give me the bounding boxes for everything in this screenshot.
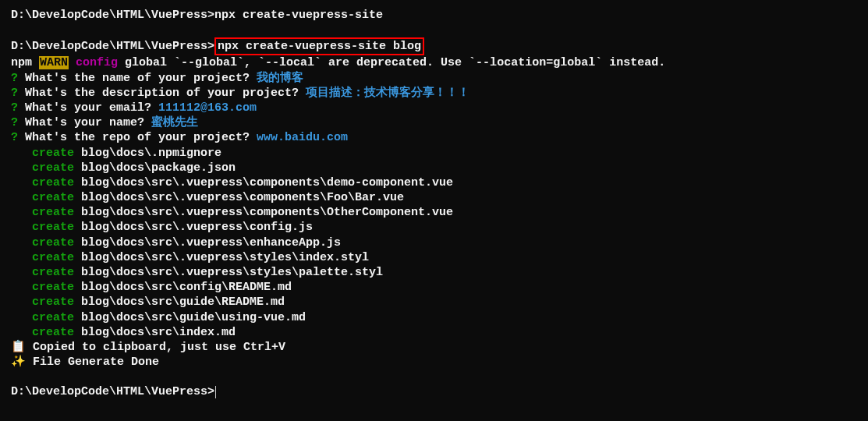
create-line: create blog\docs\src\.vuepress\config.js xyxy=(11,220,857,235)
question-line: ? What's the description of your project… xyxy=(11,86,857,101)
warn-badge: WARN xyxy=(39,56,69,69)
terminal-line-npm: npm WARN config global `--global`, `--lo… xyxy=(11,55,857,70)
cursor-icon xyxy=(215,386,216,398)
blank-line xyxy=(11,23,857,37)
question-line: ? What's the repo of your project? www.b… xyxy=(11,130,857,145)
create-line: create blog\docs\src\guide\using-vue.md xyxy=(11,310,857,325)
create-line: create blog\docs\src\config\README.md xyxy=(11,280,857,295)
create-line: create blog\docs\src\index.md xyxy=(11,325,857,340)
create-line: create blog\docs\src\.vuepress\component… xyxy=(11,175,857,190)
blank-line xyxy=(11,370,857,384)
create-line: create blog\docs\src\.vuepress\enhanceAp… xyxy=(11,235,857,250)
clipboard-icon: 📋 xyxy=(11,341,26,354)
done-line: ✨ File Generate Done xyxy=(11,355,857,370)
terminal-line-prompt3[interactable]: D:\DevelopCode\HTML\VuePress> xyxy=(11,384,857,399)
terminal-line-prompt2: D:\DevelopCode\HTML\VuePress>npx create-… xyxy=(11,37,857,55)
question-line: ? What's the name of your project? 我的博客 xyxy=(11,71,857,86)
create-line: create blog\docs\src\.vuepress\component… xyxy=(11,190,857,205)
question-line: ? What's your name? 蜜桃先生 xyxy=(11,115,857,130)
create-line: create blog\docs\src\guide\README.md xyxy=(11,295,857,310)
sparkle-icon: ✨ xyxy=(11,356,26,369)
create-line: create blog\docs\src\.vuepress\component… xyxy=(11,205,857,220)
create-line: create blog\docs\src\.vuepress\styles\in… xyxy=(11,250,857,265)
create-line: create blog\docs\package.json xyxy=(11,161,857,175)
create-line: create blog\docs\.npmignore xyxy=(11,146,857,161)
highlight-box: npx create-vuepress-site blog xyxy=(214,37,424,55)
clipboard-line: 📋 Copied to clipboard, just use Ctrl+V xyxy=(11,340,857,355)
terminal-line-prompt1: D:\DevelopCode\HTML\VuePress>npx create-… xyxy=(11,8,857,23)
question-line: ? What's your email? 111112@163.com xyxy=(11,101,857,115)
create-line: create blog\docs\src\.vuepress\styles\pa… xyxy=(11,265,857,280)
